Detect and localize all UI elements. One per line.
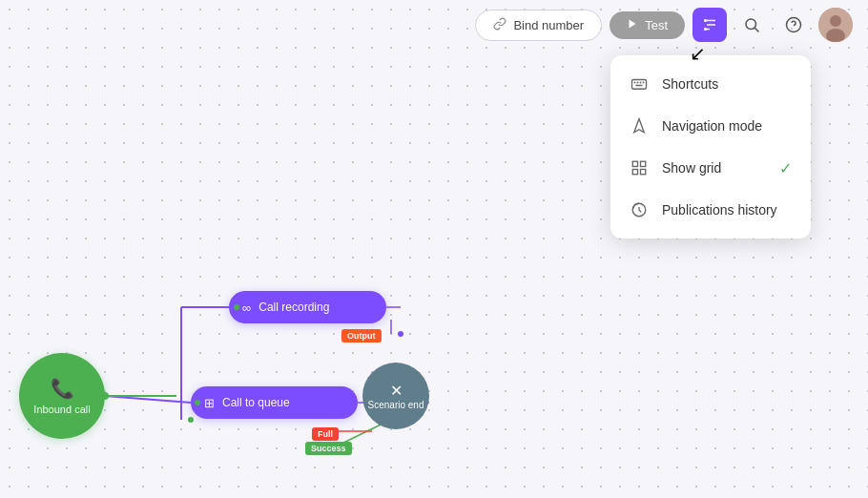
show-grid-label: Show grid	[662, 160, 721, 176]
check-icon: ✓	[779, 159, 792, 177]
output-badge: Output	[341, 329, 382, 342]
link-icon	[493, 17, 506, 33]
call-to-queue-label: Call to queue	[222, 396, 290, 409]
queue-icon: ⊞	[204, 396, 215, 410]
inbound-call-node[interactable]: 📞 Inbound call	[19, 353, 105, 439]
user-avatar[interactable]	[818, 8, 853, 42]
menu-item-navigation-mode[interactable]: Navigation mode	[610, 105, 811, 147]
svg-line-16	[754, 28, 758, 31]
scenario-end-node[interactable]: ✕ Scenario end	[362, 363, 429, 429]
inbound-call-label: Inbound call	[33, 404, 90, 415]
svg-rect-32	[641, 170, 646, 175]
svg-rect-22	[632, 80, 647, 90]
connector-dot-recording-out	[398, 331, 403, 337]
dropdown-menu: Shortcuts Navigation mode Show grid ✓	[610, 55, 811, 239]
recording-icon: ∞	[242, 301, 251, 315]
success-badge: Success	[305, 442, 352, 455]
svg-point-14	[704, 28, 707, 31]
connector-dot-inbound	[101, 392, 109, 400]
flow-canvas[interactable]: 📞 Inbound call ∞ Call recording Output ⊞…	[0, 0, 868, 498]
connector-dot-recording-in	[234, 304, 239, 310]
call-recording-label: Call recording	[258, 301, 329, 314]
svg-marker-9	[630, 19, 636, 28]
full-badge: Full	[312, 427, 339, 441]
bind-number-label: Bind number	[513, 18, 584, 32]
toolbar: Bind number Test	[0, 0, 868, 50]
shortcuts-label: Shortcuts	[662, 76, 718, 92]
svg-rect-31	[632, 170, 637, 175]
connector-dot-queue-in	[188, 417, 194, 423]
navigation-icon	[630, 116, 649, 135]
phone-icon: 📞	[51, 377, 74, 400]
svg-marker-28	[634, 119, 645, 133]
svg-rect-29	[632, 161, 637, 166]
bind-number-button[interactable]: Bind number	[475, 10, 602, 41]
call-to-queue-node[interactable]: ⊞ Call to queue	[191, 386, 358, 419]
keyboard-icon	[630, 74, 649, 93]
svg-line-0	[105, 396, 191, 403]
menu-item-shortcuts[interactable]: Shortcuts	[610, 63, 811, 105]
connector-dot-queue-in2	[195, 400, 200, 405]
help-button[interactable]	[776, 8, 811, 42]
history-icon	[630, 200, 649, 219]
play-icon	[627, 18, 638, 32]
test-label: Test	[645, 18, 668, 32]
svg-rect-30	[641, 161, 646, 166]
menu-item-publications-history[interactable]: Publications history	[610, 189, 811, 231]
svg-point-13	[704, 19, 707, 22]
call-recording-node[interactable]: ∞ Call recording	[229, 291, 386, 323]
test-button[interactable]: Test	[610, 11, 685, 39]
svg-point-15	[746, 19, 756, 30]
navigation-mode-label: Navigation mode	[662, 118, 762, 134]
menu-item-show-grid[interactable]: Show grid ✓	[610, 147, 811, 189]
svg-point-20	[830, 15, 841, 27]
scenario-end-label: Scenario end	[368, 400, 424, 410]
close-icon: ✕	[390, 382, 403, 400]
search-button[interactable]	[734, 8, 769, 42]
grid-icon	[630, 158, 649, 177]
settings-button[interactable]	[692, 8, 727, 42]
publications-history-label: Publications history	[662, 202, 777, 218]
